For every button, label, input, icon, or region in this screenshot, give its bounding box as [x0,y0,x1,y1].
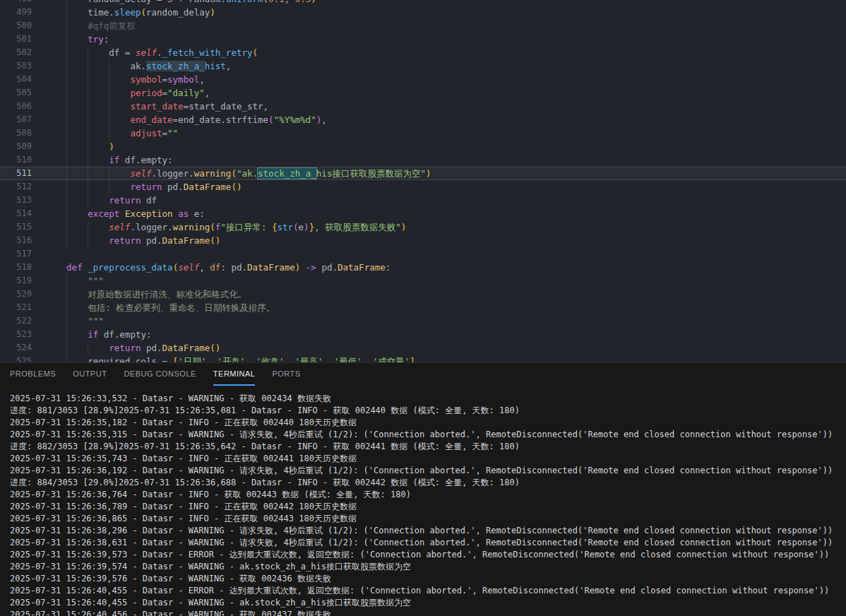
line-number[interactable]: 507 [0,113,32,126]
code-token: return [109,343,141,353]
code-line[interactable]: 511self.logger.warning("ak.stock_zh_a_hi… [0,167,846,180]
line-number[interactable]: 518 [0,261,32,274]
code-line[interactable]: 515self.logger.warning(f"接口异常: {str(e)},… [0,220,846,234]
code-token: = [152,0,168,4]
code-token: required_cols = [88,356,172,362]
line-number[interactable]: 502 [0,46,32,59]
line-number[interactable]: 517 [0,247,32,261]
code-line[interactable]: 525required_cols = ['日期', '开盘', '收盘', '最… [0,355,846,362]
code-line[interactable]: 503ak.stock_zh_a_hist, [0,59,846,73]
tab-output[interactable]: OUTPUT [73,363,107,386]
code-line[interactable]: 521包括: 检查必要列、重命名、日期转换及排序。 [0,301,846,314]
code-line[interactable]: 522""" [0,314,846,328]
code-token: '收盘' [256,356,284,362]
line-number[interactable]: 515 [0,220,32,234]
line-number[interactable]: 509 [0,140,32,153]
code-token: e: [189,208,205,219]
tab-terminal[interactable]: TERMINAL [213,363,256,386]
code-token: '日期' [178,356,206,362]
code-line[interactable]: 504symbol=symbol, [0,73,846,86]
code-text: except Exception as e: [45,207,205,220]
line-number[interactable]: 506 [0,100,32,113]
code-line[interactable]: 514except Exception as e: [0,207,846,220]
line-number[interactable]: 511 [0,167,32,180]
line-number[interactable]: 514 [0,207,32,220]
indent-guide [66,140,88,153]
code-line[interactable]: 517 [0,247,846,261]
line-number[interactable]: 524 [0,341,32,355]
code-line[interactable]: 519""" [0,274,846,288]
code-token: random. [189,0,226,4]
terminal-output[interactable]: 2025-07-31 15:26:33,532 - Datasr - WARNI… [0,386,846,616]
code-editor[interactable]: 498random_delay = 3 + random.uniform(0.1… [0,0,846,362]
code-line[interactable]: 510if df.empty: [0,153,846,167]
code-token: """ [88,276,104,286]
code-line[interactable]: 520对原始数据进行清洗、标准化和格式化。 [0,288,846,301]
code-line[interactable]: 508adjust="" [0,126,846,140]
code-line[interactable]: 500#qfq前复权 [0,19,846,32]
line-number[interactable]: 510 [0,153,32,167]
code-token: DataFrame [162,235,210,246]
code-token: '成交量' [373,356,410,362]
tab-problems[interactable]: PROBLEMS [10,363,56,386]
indent-guide [88,126,109,140]
tab-debug-console[interactable]: DEBUG CONSOLE [124,363,196,386]
code-token: ) [210,7,215,18]
code-line[interactable]: 501try: [0,32,846,46]
code-line[interactable]: 523if df.empty: [0,328,846,341]
code-line[interactable]: 512return pd.DataFrame() [0,180,846,194]
line-number[interactable]: 516 [0,234,32,247]
indent-guide [88,100,109,113]
code-line[interactable]: 498random_delay = 3 + random.uniform(0.1… [0,0,846,6]
indent-guide [66,355,88,362]
code-line[interactable]: 516return pd.DataFrame() [0,234,846,247]
line-number[interactable]: 508 [0,126,32,140]
line-number[interactable]: 499 [0,6,32,19]
terminal-line: 进度: 881/3053 [28.9%]2025-07-31 15:26:35,… [10,405,846,417]
indent-guide [45,32,66,46]
code-line[interactable]: 502df = self._fetch_with_retry( [0,46,846,59]
line-number[interactable]: 523 [0,328,32,341]
code-line[interactable]: 518def _preprocess_data(self, df: pd.Dat… [0,261,846,274]
code-line[interactable]: 506start_date=start_date_str, [0,100,846,113]
code-line[interactable]: 505period="daily", [0,86,846,100]
code-token: , [205,88,210,98]
code-token: as [178,208,189,219]
code-token: [ [173,356,179,362]
indent-guide [45,314,66,328]
code-token: () [210,235,220,246]
line-number[interactable]: 505 [0,86,32,100]
line-number[interactable]: 503 [0,59,32,73]
line-number[interactable]: 512 [0,180,32,194]
line-number[interactable]: 525 [0,355,32,362]
code-token: ) [109,141,114,152]
line-number[interactable]: 513 [0,194,32,207]
code-token: period [130,88,162,98]
terminal-line: 2025-07-31 15:26:35,743 - Datasr - INFO … [10,453,846,465]
code-token: stock_zh_a_ [146,61,205,71]
line-number[interactable]: 498 [0,0,32,6]
code-line[interactable]: 509) [0,140,846,153]
indent-guide [88,86,109,100]
code-line[interactable]: 507end_date=end_date.strftime("%Y%m%d"), [0,113,846,126]
line-number[interactable]: 501 [0,32,32,46]
code-line[interactable]: 524return pd.DataFrame() [0,341,846,355]
code-token: end_date.strftime [178,114,268,125]
line-number[interactable]: 521 [0,301,32,314]
line-number[interactable]: 520 [0,288,32,301]
code-line[interactable]: 499time.sleep(random_delay) [0,6,846,19]
code-token: pd. [316,262,338,273]
code-line[interactable]: 513return df [0,194,846,207]
line-number[interactable]: 522 [0,314,32,328]
terminal-line: 2025-07-31 15:26:38,631 - Datasr - WARNI… [10,537,846,549]
code-token: .logger. [151,168,193,179]
line-number[interactable]: 504 [0,73,32,86]
line-number[interactable]: 500 [0,19,32,32]
code-token: _preprocess_data [88,262,172,273]
line-number[interactable]: 519 [0,274,32,288]
code-token: . [157,47,162,58]
code-token: DataFrame [338,262,386,273]
tab-ports[interactable]: PORTS [272,363,300,386]
code-token: ) [311,0,316,4]
indent-guide [45,207,66,220]
